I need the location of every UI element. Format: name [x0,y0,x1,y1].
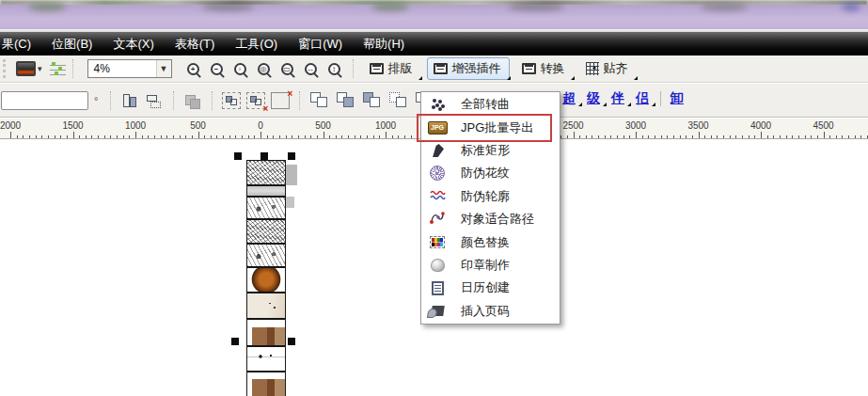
ruler-tick [567,135,568,138]
ruler-tick [773,135,774,138]
menu-item[interactable]: 颜色替换 [421,230,560,253]
ruler-tick [848,135,849,138]
zoom-level-combobox[interactable]: 4% ▼ [87,59,172,78]
ruler-tick [198,132,199,138]
ruler-tick [360,135,361,138]
ruler-tick [60,135,61,138]
page-thumbnail [247,218,285,243]
levels-icon[interactable] [50,61,66,76]
ruler-label: 3000 [625,120,646,131]
menu-item-label: 防伪花纹 [453,165,510,182]
magnifier-icon: ◎ [258,63,270,75]
quick-link[interactable]: 超 [562,90,577,107]
delete-selection-icon[interactable]: × [271,92,290,109]
zoom-page-width-button[interactable]: ↔ [299,57,323,80]
ruler-tick [216,135,217,138]
quick-link[interactable]: 伴 [611,90,626,107]
toolbar-button[interactable]: 转换 [515,57,574,80]
ruler-tick [704,135,705,138]
menu-item[interactable]: 对象适合路径 [421,208,560,230]
weld-icon[interactable] [309,91,330,109]
intersect-icon[interactable] [362,91,383,109]
page-thumbnail [247,292,285,318]
menubar-item[interactable]: 窗口(W) [288,33,353,55]
distribute-objects-icon[interactable] [145,92,164,109]
ruler-tick [805,135,806,138]
ruler-tick [17,135,18,138]
ruler-tick [855,135,856,138]
zoom-selected-button[interactable]: ▫ [229,57,252,80]
zoom-page-height-button[interactable]: ↕ [323,57,346,80]
menubar-item[interactable]: 帮助(H) [353,33,415,55]
ruler-tick [355,135,355,138]
menubar-item[interactable]: 表格(T) [165,33,226,55]
magnifier-icon: ↕ [328,63,340,75]
toolbar-separator [72,59,73,78]
ruler-tick [617,135,618,138]
selection-handle[interactable] [234,152,242,160]
quick-link[interactable]: 级 [587,90,602,107]
menubar-item[interactable]: 果(C) [0,33,41,55]
ruler-tick [817,135,818,138]
zoom-all-objects-button[interactable]: ◎ [252,57,276,80]
ruler-tick [192,135,193,138]
ruler-tick [754,135,755,138]
deselect-objects-icon[interactable]: × [246,92,265,109]
page-thumbnail [247,196,285,218]
ruler-tick [661,135,662,138]
selected-page-strip[interactable] [246,160,286,396]
menubar-item[interactable]: 工具(O) [225,33,288,55]
quick-link[interactable]: 侣 [636,90,651,107]
menu-item[interactable]: 全部转曲 [421,93,560,116]
ruler-tick [254,135,255,138]
angle-input[interactable] [1,91,88,110]
color-replace-icon [430,236,445,248]
select-objects-icon[interactable] [222,92,241,109]
toolbar-button[interactable]: 增强插件 [427,57,510,80]
chevron-down-icon[interactable]: ▾ [38,64,42,73]
ruler-tick [392,135,393,138]
menu-item[interactable]: 日历创建 [421,277,560,299]
ruler-tick [749,135,750,138]
menubar-item[interactable]: 位图(B) [41,33,103,55]
toolbar-button-label: 排版 [388,60,413,77]
menubar-item[interactable]: 文本(X) [103,33,164,55]
zoom-in-button[interactable]: + [181,57,205,80]
ruler-tick [324,132,324,138]
trim-icon[interactable] [336,91,356,109]
ruler-label: 2000 [0,120,21,131]
zoom-page-button[interactable]: ▭ [276,57,299,80]
zoom-out-button[interactable]: − [205,57,229,80]
ruler-tick [623,135,624,138]
ruler-tick [55,135,55,138]
ruler-tick [180,135,181,138]
menu-item-icon-cell [421,189,453,204]
toolbar-grip[interactable] [3,59,7,78]
selection-handle[interactable] [288,152,295,160]
menu-item[interactable]: 标准矩形 [421,139,560,162]
ruler-tick [842,135,843,138]
angle-unit-label: ° [94,95,98,106]
chevron-down-icon[interactable]: ▼ [156,60,171,77]
menu-item[interactable]: 插入页码 [421,300,560,323]
ruler-tick [742,135,743,138]
menu-item[interactable]: 防伪轮廓 [421,185,560,208]
menu-item[interactable]: 印章制作 [421,254,560,277]
quick-link[interactable]: 卸 [671,90,686,107]
ruler-tick [592,135,592,138]
ruler-tick [142,135,143,138]
selection-handle[interactable] [231,338,239,345]
snapshot-tool-icon[interactable] [16,61,36,76]
selection-handle[interactable] [288,338,295,345]
menu-item[interactable]: 防伪花纹 [421,162,560,184]
ruler-tick [629,135,630,138]
selection-handle[interactable] [260,152,268,160]
toolbar-button[interactable]: 排版 [363,57,421,80]
ruler-label: 500 [190,120,206,131]
ruler-tick [211,135,212,138]
quick-links: 超级伴侣卸 [562,90,686,107]
simplify-icon[interactable] [388,91,409,109]
ruler-tick [235,135,236,138]
align-objects-icon[interactable] [120,92,139,109]
toolbar-button[interactable]: 贴齐 [579,57,637,80]
